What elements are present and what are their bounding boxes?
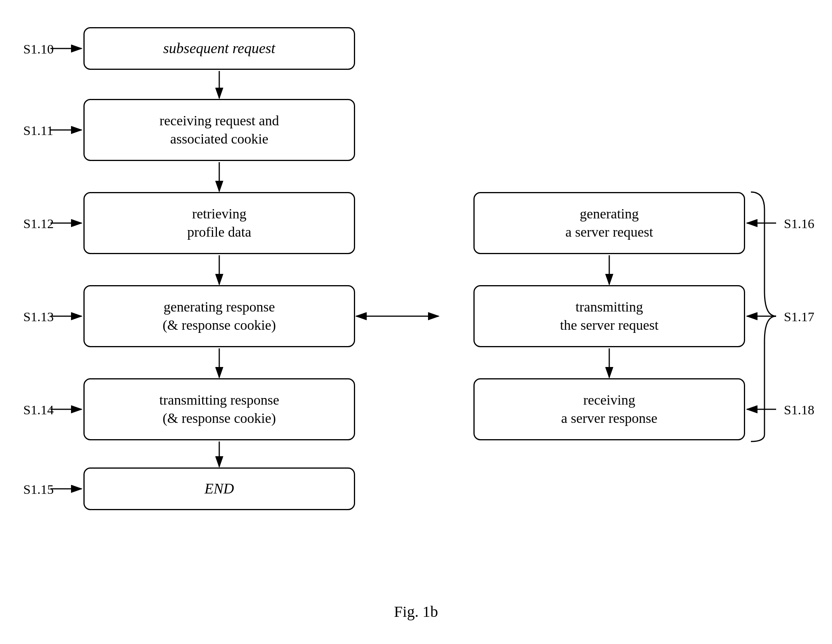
box-s116: generating a server request bbox=[473, 192, 745, 254]
box-s112: retrieving profile data bbox=[83, 192, 355, 254]
label-s118: S1.18 bbox=[784, 403, 814, 417]
diagram-container: S1.10 S1.11 S1.12 S1.13 S1.14 S1.15 S1.1… bbox=[16, 16, 816, 597]
box-s117: transmitting the server request bbox=[473, 285, 745, 347]
box-s114: transmitting response (& response cookie… bbox=[83, 378, 355, 440]
figure-caption: Fig. 1b bbox=[0, 602, 832, 621]
label-s113: S1.13 bbox=[23, 310, 54, 324]
label-s116: S1.16 bbox=[784, 216, 814, 231]
label-s110: S1.10 bbox=[23, 42, 54, 57]
box-s110: subsequent request bbox=[83, 27, 355, 70]
box-s111: receiving request and associated cookie bbox=[83, 99, 355, 161]
box-s113: generating response (& response cookie) bbox=[83, 285, 355, 347]
box-s118: receiving a server response bbox=[473, 378, 745, 440]
box-s115: END bbox=[83, 467, 355, 510]
label-s115: S1.15 bbox=[23, 482, 54, 497]
label-s112: S1.12 bbox=[23, 216, 54, 231]
label-s117: S1.17 bbox=[784, 310, 814, 324]
label-s111: S1.11 bbox=[23, 123, 53, 138]
label-s114: S1.14 bbox=[23, 403, 54, 417]
